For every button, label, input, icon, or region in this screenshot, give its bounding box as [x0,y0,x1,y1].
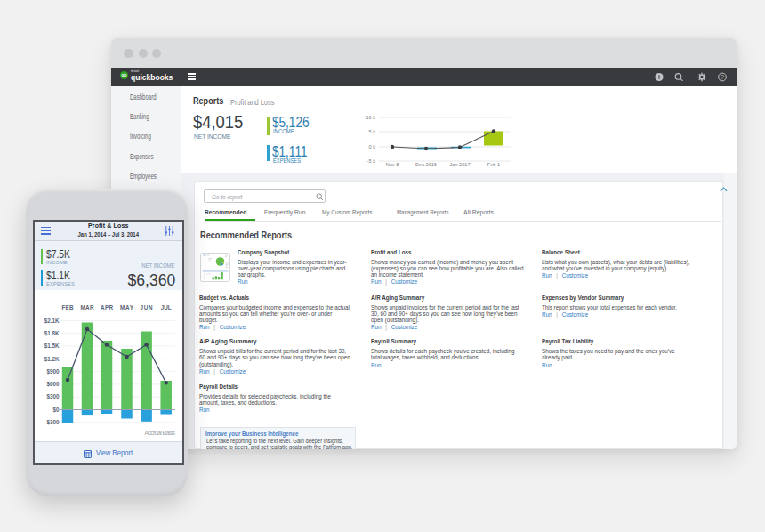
svg-text:$2.1K: $2.1K [44,318,60,325]
svg-text:$1.8K: $1.8K [44,330,60,337]
svg-text:JUN: JUN [141,304,153,310]
svg-text:-5 k: -5 k [367,158,376,164]
svg-text:Accrual Basis: Accrual Basis [145,430,176,436]
svg-text:0 k: 0 k [369,144,376,149]
svg-text:Dec 2016: Dec 2016 [415,162,437,167]
svg-text:?: ? [721,73,724,81]
svg-text:$0: $0 [52,407,60,414]
svg-text:Nov 8: Nov 8 [386,162,399,167]
svg-text:APR: APR [101,304,113,310]
svg-text:$600: $600 [46,381,60,388]
svg-text:$1.5K: $1.5K [44,343,60,350]
svg-text:$900: $900 [46,368,60,375]
svg-text:Jan 2017: Jan 2017 [449,162,470,167]
svg-text:MAR: MAR [81,304,94,310]
svg-text:FEB: FEB [62,304,74,310]
svg-text:Feb 1: Feb 1 [487,162,500,167]
svg-text:-$300: -$300 [44,419,60,426]
svg-text:5 k: 5 k [369,129,376,134]
svg-text:MAY: MAY [120,304,134,310]
svg-text:$300: $300 [46,393,60,400]
svg-text:10 k: 10 k [366,115,375,120]
svg-text:$1.2K: $1.2K [44,356,60,363]
svg-text:JUL: JUL [161,304,172,310]
